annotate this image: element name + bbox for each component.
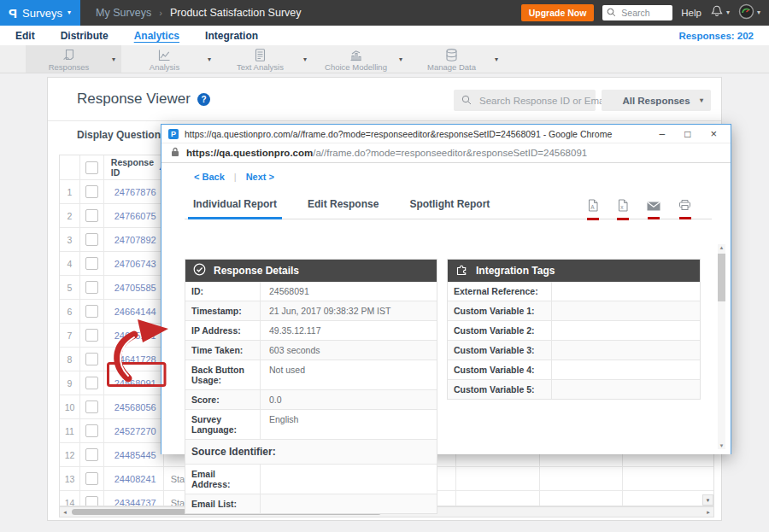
toolbar-item-choice-modelling[interactable]: Choice Modelling▾	[313, 45, 408, 73]
response-id-link[interactable]: 24664144	[104, 300, 164, 323]
chevron-down-icon[interactable]: ▾	[112, 56, 115, 63]
response-id-link[interactable]: 24767876	[104, 180, 164, 203]
response-id-link[interactable]: 24766075	[104, 204, 164, 227]
row-checkbox[interactable]	[85, 448, 98, 461]
table-vertical-scroll-down-button[interactable]: ▼	[702, 494, 713, 506]
upgrade-now-button[interactable]: Upgrade Now	[521, 4, 595, 21]
row-checkbox-cell	[80, 204, 104, 227]
response-detail-value	[261, 465, 437, 494]
row-checkbox[interactable]	[85, 233, 98, 246]
select-all-checkbox[interactable]	[85, 161, 98, 174]
toolbar-item-label: Text Analysis	[237, 62, 284, 72]
row-checkbox-cell	[80, 491, 104, 506]
subnav-item-integration[interactable]: Integration	[205, 30, 258, 42]
maximize-button[interactable]: □	[684, 129, 690, 139]
row-checkbox[interactable]	[85, 305, 98, 318]
chevron-down-icon[interactable]: ▾	[495, 56, 498, 63]
print-icon	[678, 199, 691, 214]
integration-tags-rows: External Reference:Custom Variable 1:Cus…	[448, 282, 700, 399]
toolbar-item-text-analysis[interactable]: Text Analysis▾	[217, 45, 313, 73]
row-checkbox[interactable]	[85, 353, 98, 365]
analysis-icon	[157, 48, 172, 62]
row-checkbox[interactable]	[85, 329, 98, 342]
word-export-icon: x	[617, 199, 629, 215]
response-id-link[interactable]: 24706743	[104, 252, 164, 275]
response-id-link[interactable]: 24344737	[104, 491, 164, 506]
row-checkbox[interactable]	[85, 377, 98, 389]
popup-scroll-thumb[interactable]	[718, 254, 725, 301]
next-link[interactable]: Next >	[246, 172, 274, 182]
tab-individual-report[interactable]: Individual Report	[193, 198, 277, 219]
response-id-header[interactable]: Response ID ▲	[104, 155, 164, 179]
row-checkbox[interactable]	[85, 185, 98, 198]
row-checkbox-cell	[80, 252, 104, 275]
toolbar-item-manage-data[interactable]: Manage Data▾	[408, 45, 504, 73]
row-checkbox[interactable]	[85, 496, 98, 506]
product-switcher[interactable]: P Surveys ▾	[0, 0, 80, 26]
response-id-link[interactable]: 24568091	[104, 371, 164, 395]
response-details-panel: Response Details ID:24568091Timestamp:21…	[185, 259, 437, 514]
response-search-input[interactable]	[478, 95, 613, 107]
account-menu[interactable]: ▾	[738, 3, 760, 23]
window-titlebar[interactable]: P https://qa.questionpro.com/a//frame.do…	[161, 125, 731, 143]
row-checkbox[interactable]	[85, 400, 98, 413]
export-actions: Ax	[587, 199, 691, 220]
row-checkbox[interactable]	[85, 472, 98, 485]
subnav-item-analytics[interactable]: Analytics	[134, 30, 179, 42]
empty-cell	[623, 467, 713, 490]
response-id-link[interactable]: 24527270	[104, 419, 164, 442]
row-number: 7	[60, 324, 80, 347]
row-checkbox-cell	[80, 467, 104, 490]
chevron-down-icon[interactable]: ▾	[208, 56, 211, 63]
integration-tag-label: Custom Variable 2:	[448, 321, 552, 340]
global-search-input[interactable]	[619, 7, 674, 19]
help-link[interactable]: Help	[681, 8, 701, 18]
response-filter-dropdown[interactable]: All Responses ▾	[602, 90, 711, 111]
row-checkbox[interactable]	[85, 281, 98, 294]
url-bar[interactable]: https://qa.questionpro.com/a//frame.do?m…	[161, 143, 731, 163]
response-id-link[interactable]: 24625131	[104, 324, 164, 347]
scroll-left-icon[interactable]: ◂	[60, 507, 70, 517]
integration-tag-label: External Reference:	[448, 282, 552, 301]
email-export-icon[interactable]	[647, 199, 660, 220]
close-button[interactable]: ×	[710, 128, 717, 139]
tab-spotlight-report[interactable]: Spotlight Report	[409, 198, 490, 219]
popup-vertical-scrollbar[interactable]: ▲ ▼	[718, 244, 725, 449]
toolbar-item-responses[interactable]: Responses▾	[26, 45, 121, 73]
tab-edit-response[interactable]: Edit Response	[308, 198, 379, 219]
chevron-down-icon[interactable]: ▾	[303, 56, 307, 63]
scroll-right-icon[interactable]: ▸	[703, 507, 713, 517]
subnav-item-edit[interactable]: Edit	[15, 30, 35, 42]
back-link[interactable]: < Back	[194, 172, 225, 182]
pdf-export-icon[interactable]: A	[587, 199, 599, 220]
response-id-link[interactable]: 24568056	[104, 395, 164, 418]
row-checkbox[interactable]	[85, 209, 98, 222]
row-checkbox[interactable]	[85, 257, 98, 270]
response-detail-label: Survey Language:	[185, 410, 261, 439]
chevron-down-icon[interactable]: ▾	[399, 56, 402, 63]
print-icon[interactable]	[678, 199, 691, 220]
breadcrumb-my-surveys[interactable]: My Surveys	[96, 7, 151, 19]
row-checkbox-cell	[80, 348, 104, 371]
subnav-item-distribute[interactable]: Distribute	[61, 30, 109, 42]
response-id-link[interactable]: 24408241	[104, 467, 164, 490]
response-id-link[interactable]: 24485445	[104, 443, 164, 466]
response-search[interactable]	[454, 90, 596, 111]
response-detail-label: Timestamp:	[185, 301, 261, 320]
integration-tag-row: Custom Variable 2:	[448, 321, 700, 341]
minimize-button[interactable]: –	[659, 129, 665, 139]
response-id-link[interactable]: 24705585	[104, 276, 164, 299]
notifications-button[interactable]: ▾	[710, 4, 730, 21]
response-id-link[interactable]: 24641728	[104, 348, 164, 371]
global-search[interactable]	[602, 5, 672, 20]
response-detail-label: Source Identifier:	[185, 440, 437, 464]
response-id-link[interactable]: 24707892	[104, 228, 164, 251]
scroll-down-icon[interactable]: ▼	[718, 443, 725, 448]
row-number: 8	[60, 348, 80, 371]
response-detail-label: ID:	[185, 282, 261, 301]
help-tooltip-icon[interactable]: ?	[197, 93, 210, 106]
word-export-icon[interactable]: x	[617, 199, 629, 220]
row-checkbox[interactable]	[85, 424, 98, 437]
toolbar-item-analysis[interactable]: Analysis▾	[121, 45, 217, 73]
scroll-up-icon[interactable]: ▲	[718, 245, 725, 250]
